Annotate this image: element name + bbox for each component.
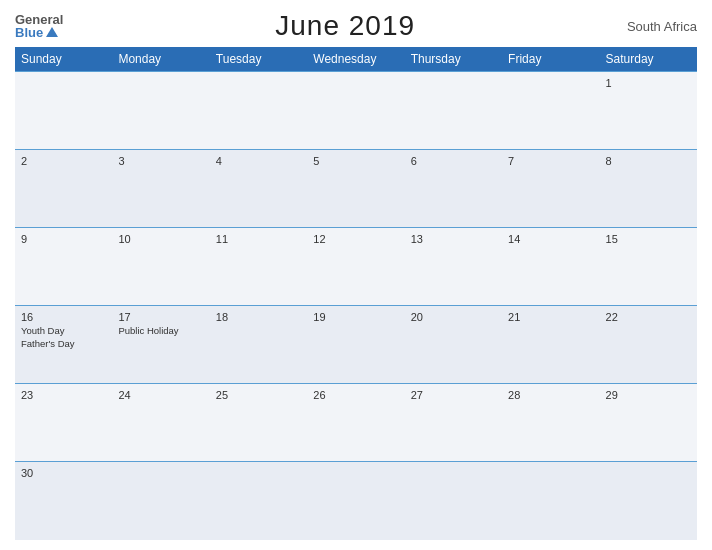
day-number: 23 xyxy=(21,389,106,401)
calendar-cell: 27 xyxy=(405,384,502,462)
calendar-week-row: 30 xyxy=(15,462,697,540)
day-number: 10 xyxy=(118,233,203,245)
calendar-cell: 26 xyxy=(307,384,404,462)
calendar-cell xyxy=(600,462,697,540)
calendar-cell xyxy=(112,462,209,540)
day-number: 18 xyxy=(216,311,301,323)
calendar-cell: 3 xyxy=(112,150,209,228)
calendar-cell: 21 xyxy=(502,306,599,384)
top-bar: General Blue June 2019 South Africa xyxy=(15,10,697,42)
day-number: 20 xyxy=(411,311,496,323)
calendar-cell xyxy=(210,462,307,540)
calendar-cell: 19 xyxy=(307,306,404,384)
day-number: 1 xyxy=(606,77,691,89)
country-label: South Africa xyxy=(627,19,697,34)
calendar-cell: 28 xyxy=(502,384,599,462)
calendar-cell: 6 xyxy=(405,150,502,228)
day-number: 30 xyxy=(21,467,106,479)
calendar-cell: 20 xyxy=(405,306,502,384)
day-number: 19 xyxy=(313,311,398,323)
calendar-header-row: SundayMondayTuesdayWednesdayThursdayFrid… xyxy=(15,47,697,72)
calendar-cell: 5 xyxy=(307,150,404,228)
header-day-thursday: Thursday xyxy=(405,47,502,72)
calendar-cell xyxy=(502,72,599,150)
header-day-monday: Monday xyxy=(112,47,209,72)
header-day-sunday: Sunday xyxy=(15,47,112,72)
day-number: 5 xyxy=(313,155,398,167)
calendar-cell: 11 xyxy=(210,228,307,306)
calendar-cell xyxy=(112,72,209,150)
calendar-cell: 2 xyxy=(15,150,112,228)
day-number: 11 xyxy=(216,233,301,245)
calendar-table: SundayMondayTuesdayWednesdayThursdayFrid… xyxy=(15,47,697,540)
calendar-cell xyxy=(307,462,404,540)
day-number: 27 xyxy=(411,389,496,401)
calendar-cell: 25 xyxy=(210,384,307,462)
calendar-cell xyxy=(15,72,112,150)
calendar-week-row: 23242526272829 xyxy=(15,384,697,462)
calendar-cell: 14 xyxy=(502,228,599,306)
calendar-cell xyxy=(210,72,307,150)
calendar-title: June 2019 xyxy=(275,10,415,42)
calendar-cell: 9 xyxy=(15,228,112,306)
logo: General Blue xyxy=(15,13,63,39)
day-number: 8 xyxy=(606,155,691,167)
calendar-cell: 12 xyxy=(307,228,404,306)
header-day-wednesday: Wednesday xyxy=(307,47,404,72)
calendar-cell: 22 xyxy=(600,306,697,384)
header-day-friday: Friday xyxy=(502,47,599,72)
calendar-week-row: 1 xyxy=(15,72,697,150)
day-number: 29 xyxy=(606,389,691,401)
calendar-cell xyxy=(307,72,404,150)
day-number: 17 xyxy=(118,311,203,323)
calendar-cell: 23 xyxy=(15,384,112,462)
logo-blue-text: Blue xyxy=(15,26,58,39)
logo-triangle-icon xyxy=(46,27,58,37)
calendar-cell: 29 xyxy=(600,384,697,462)
day-number: 22 xyxy=(606,311,691,323)
calendar-cell: 17Public Holiday xyxy=(112,306,209,384)
calendar-cell: 16Youth DayFather's Day xyxy=(15,306,112,384)
calendar-cell xyxy=(502,462,599,540)
day-number: 26 xyxy=(313,389,398,401)
header-day-tuesday: Tuesday xyxy=(210,47,307,72)
calendar-cell: 8 xyxy=(600,150,697,228)
calendar-cell: 24 xyxy=(112,384,209,462)
calendar-week-row: 16Youth DayFather's Day17Public Holiday1… xyxy=(15,306,697,384)
calendar-cell: 4 xyxy=(210,150,307,228)
calendar-cell xyxy=(405,72,502,150)
calendar-week-row: 9101112131415 xyxy=(15,228,697,306)
calendar-cell: 15 xyxy=(600,228,697,306)
day-number: 15 xyxy=(606,233,691,245)
day-number: 16 xyxy=(21,311,106,323)
day-number: 3 xyxy=(118,155,203,167)
day-number: 25 xyxy=(216,389,301,401)
day-number: 14 xyxy=(508,233,593,245)
calendar-cell: 7 xyxy=(502,150,599,228)
day-number: 24 xyxy=(118,389,203,401)
calendar-cell: 1 xyxy=(600,72,697,150)
day-number: 2 xyxy=(21,155,106,167)
calendar-cell: 13 xyxy=(405,228,502,306)
day-number: 6 xyxy=(411,155,496,167)
calendar-cell xyxy=(405,462,502,540)
calendar-cell: 10 xyxy=(112,228,209,306)
day-number: 28 xyxy=(508,389,593,401)
day-number: 9 xyxy=(21,233,106,245)
day-number: 7 xyxy=(508,155,593,167)
event-label: Public Holiday xyxy=(118,325,203,337)
day-number: 13 xyxy=(411,233,496,245)
calendar-cell: 18 xyxy=(210,306,307,384)
calendar-week-row: 2345678 xyxy=(15,150,697,228)
event-label: Youth Day xyxy=(21,325,106,337)
day-number: 12 xyxy=(313,233,398,245)
day-number: 4 xyxy=(216,155,301,167)
day-number: 21 xyxy=(508,311,593,323)
calendar-cell: 30 xyxy=(15,462,112,540)
event-label: Father's Day xyxy=(21,338,106,350)
header-day-saturday: Saturday xyxy=(600,47,697,72)
